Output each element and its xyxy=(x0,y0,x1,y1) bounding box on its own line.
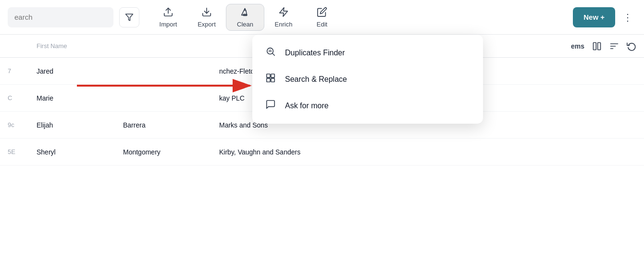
svg-rect-5 xyxy=(594,42,596,50)
ask-more-item[interactable]: Ask for more xyxy=(252,92,483,119)
svg-line-11 xyxy=(272,53,274,55)
toolbar: Import Export xyxy=(0,0,644,35)
clean-button[interactable]: Clean xyxy=(226,4,264,31)
search-replace-icon xyxy=(264,73,277,86)
svg-rect-6 xyxy=(598,42,601,50)
ask-more-icon xyxy=(264,99,277,112)
history-icon[interactable] xyxy=(627,41,636,51)
items-label: ems xyxy=(571,42,584,50)
svg-rect-15 xyxy=(271,74,274,77)
edit-label: Edit xyxy=(317,21,327,28)
ask-more-label: Ask for more xyxy=(285,102,329,110)
filter-button[interactable] xyxy=(119,7,139,27)
arrow-annotation xyxy=(77,71,260,100)
svg-rect-14 xyxy=(267,74,270,77)
import-button[interactable]: Import xyxy=(149,4,187,31)
clean-dropdown: Duplicates Finder Search & Replace Ask f… xyxy=(252,35,483,124)
clean-label: Clean xyxy=(237,21,253,28)
clean-icon xyxy=(240,7,250,19)
import-icon xyxy=(163,7,173,19)
cell-lastname-4: Montgomery xyxy=(123,148,219,156)
columns-icon[interactable] xyxy=(592,41,602,51)
toolbar-actions: Import Export xyxy=(149,4,636,31)
more-icon: ⋮ xyxy=(623,12,632,23)
duplicates-finder-item[interactable]: Duplicates Finder xyxy=(252,39,483,66)
cell-id-4: 5E xyxy=(8,148,37,155)
export-button[interactable]: Export xyxy=(187,4,226,31)
header-right-icons: ems xyxy=(571,41,636,51)
new-button[interactable]: New + xyxy=(573,7,615,27)
cell-company-4: Kirby, Vaughn and Sanders xyxy=(219,148,354,156)
import-label: Import xyxy=(160,21,177,28)
cell-firstname-4: Sheryl xyxy=(37,148,123,156)
search-replace-label: Search & Replace xyxy=(285,75,347,84)
enrich-button[interactable]: Enrich xyxy=(264,4,303,31)
cell-id-1: 7 xyxy=(8,67,37,75)
search-box[interactable] xyxy=(8,7,113,27)
svg-rect-17 xyxy=(271,78,274,82)
search-input[interactable] xyxy=(14,13,107,21)
duplicates-finder-label: Duplicates Finder xyxy=(285,49,345,57)
cell-firstname-3: Elijah xyxy=(37,121,123,129)
edit-button[interactable]: Edit xyxy=(303,4,341,31)
col-header-firstname: First Name xyxy=(37,42,123,50)
more-button[interactable]: ⋮ xyxy=(619,9,636,26)
cell-id-3: 9c xyxy=(8,121,37,128)
cell-lastname-3: Barrera xyxy=(123,121,219,129)
duplicates-finder-icon xyxy=(264,46,277,59)
table-row: 5E Sheryl Montgomery Kirby, Vaughn and S… xyxy=(0,139,644,166)
search-replace-item[interactable]: Search & Replace xyxy=(252,66,483,92)
enrich-icon xyxy=(278,7,289,19)
enrich-label: Enrich xyxy=(275,21,293,28)
svg-marker-0 xyxy=(126,14,133,21)
export-icon xyxy=(201,7,212,19)
svg-rect-16 xyxy=(267,78,270,82)
cell-id-2: C xyxy=(8,94,37,102)
export-label: Export xyxy=(198,21,216,28)
new-label: New + xyxy=(583,13,605,21)
sort-icon[interactable] xyxy=(609,41,619,51)
edit-icon xyxy=(317,7,327,19)
filter-icon xyxy=(125,13,134,22)
